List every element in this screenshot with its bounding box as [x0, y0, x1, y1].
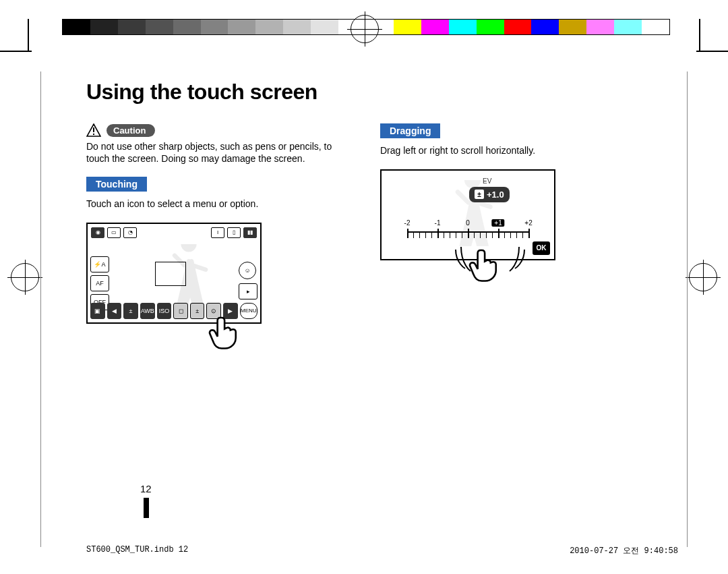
page-frame [40, 71, 41, 547]
dragging-heading: Dragging [380, 123, 440, 138]
touching-heading: Touching [86, 177, 147, 192]
footer-timestamp: 2010-07-27 오전 9:40:58 [570, 545, 678, 556]
page-content: Using the touch screen Caution Do not us… [86, 80, 642, 324]
scale-label: +2 [524, 219, 532, 227]
page-title: Using the touch screen [86, 80, 642, 105]
ev-value: +1.0 [487, 190, 504, 200]
caution-heading: Caution [86, 123, 348, 137]
bottom-awb[interactable]: AWB [140, 303, 155, 319]
bottom-prev[interactable]: ◀ [107, 303, 122, 319]
scale-label: -1 [435, 219, 441, 227]
ev-value-bubble: ± +1.0 [469, 187, 510, 202]
registration-mark [351, 15, 379, 43]
scale-label: 0 [466, 219, 470, 227]
gallery-button[interactable]: ▣ [90, 303, 105, 319]
ev-icon: ± [475, 190, 484, 199]
scale-label: +1 [491, 219, 504, 227]
ev-caption: EV [483, 177, 491, 185]
crop-mark [0, 51, 32, 52]
focus-box [155, 262, 186, 286]
ok-button[interactable]: OK [533, 241, 550, 255]
bottom-iso[interactable]: ISO [157, 303, 172, 319]
signal-icon: I [211, 227, 224, 238]
scale-label: -2 [404, 219, 411, 227]
expand-button[interactable]: ▸ [239, 283, 257, 299]
crop-mark [696, 51, 728, 52]
camera-mode-icon: ◉ [91, 227, 104, 238]
flash-button[interactable]: ⚡A [90, 256, 109, 272]
face-button[interactable]: ☺ [239, 262, 256, 279]
page-number: 12 [140, 483, 152, 494]
page-number-bar [144, 498, 149, 518]
footer-file: ST600_QSM_TUR.indb 12 [86, 545, 188, 556]
hand-tap-icon [206, 313, 244, 351]
registration-mark [11, 263, 39, 291]
crop-mark [699, 19, 700, 51]
left-column: Caution Do not use other sharp objects, … [86, 123, 348, 324]
bottom-ev[interactable]: ± [123, 303, 138, 319]
ev-scale[interactable]: -2-10+1+2 [407, 222, 528, 242]
registration-mark [689, 263, 717, 291]
quality-icon: ◔ [123, 227, 137, 238]
dragging-text: Drag left or right to scroll horizontall… [380, 145, 642, 157]
touching-text: Touch an icon to select a menu or option… [86, 198, 348, 210]
touching-figure: ◉ ▭ ◔ I ▯ ▮▮ [86, 223, 262, 324]
bottom-meter[interactable]: ◻ [173, 303, 188, 319]
page-frame [687, 71, 688, 547]
warning-icon [86, 123, 101, 137]
caution-label: Caution [107, 124, 155, 137]
battery-icon: ▮▮ [243, 227, 257, 238]
crop-mark [28, 19, 29, 51]
size-icon: ▭ [107, 227, 121, 238]
card-icon: ▯ [227, 227, 241, 238]
svg-rect-1 [93, 134, 94, 135]
svg-rect-0 [93, 127, 94, 132]
right-column: Dragging Drag left or right to scroll ho… [380, 123, 642, 324]
bottom-comp[interactable]: ± [190, 303, 205, 319]
hand-drag-icon [466, 246, 504, 283]
caution-text: Do not use other sharp objects, such as … [86, 141, 348, 165]
print-footer: ST600_QSM_TUR.indb 12 2010-07-27 오전 9:40… [86, 545, 678, 556]
af-button[interactable]: AF [90, 275, 109, 291]
